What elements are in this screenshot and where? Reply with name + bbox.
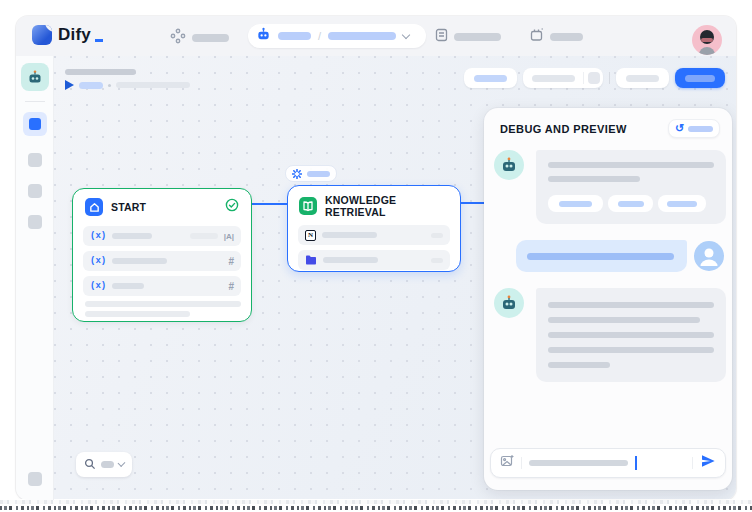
toolbar-split-button[interactable] [523,68,603,88]
zoom-control[interactable] [76,452,132,477]
sidebar-item-workflow-active[interactable] [23,112,47,136]
send-icon[interactable] [700,453,716,473]
bot-message-bubble [536,288,726,382]
toolbar-button-features[interactable] [464,68,517,88]
folder-icon [305,251,317,269]
nav-explore[interactable] [170,28,229,48]
breadcrumb-separator: / [318,30,321,42]
sidebar-item-bottom[interactable] [28,472,42,486]
clipped-bottom-text-strip [0,499,752,512]
sidebar-app-icon[interactable] [21,63,49,91]
publish-button-primary[interactable] [675,68,725,88]
chat-input[interactable] [490,448,726,478]
skeleton-bar [190,233,218,239]
skeleton-bar [548,317,700,323]
bot-avatar [494,288,524,318]
user-avatar[interactable] [692,25,722,55]
bot-message-bubble [536,150,726,224]
skeleton-bar [548,347,714,353]
node-start-title: START [111,201,146,213]
split-button-icon[interactable] [588,72,600,84]
node-description-skeleton [85,311,190,317]
skeleton-bar [322,232,377,238]
restart-icon: ↺ [675,123,684,134]
skeleton-bar [112,233,152,239]
restart-conversation-button[interactable]: ↺ [668,119,720,138]
explore-icon [170,28,186,48]
skeleton-bar [548,302,714,308]
skeleton-bar [116,82,190,88]
chat-message-list[interactable] [484,146,732,446]
spinner-icon [292,165,302,183]
node-knowledge-title: KNOWLEDGE RETRIEVAL [325,194,449,218]
sidebar-item[interactable] [28,184,42,198]
button-divider [583,72,584,84]
variable-type-number-icon: # [228,256,234,267]
node-knowledge-retrieval[interactable]: KNOWLEDGE RETRIEVAL N [287,185,461,272]
user-message-bubble [516,240,687,272]
skeleton-bar [532,75,575,82]
chevron-down-icon [402,30,410,38]
user-chat-avatar [694,241,724,271]
bot-message [494,150,724,224]
dify-logo-text: Dify [58,25,91,45]
start-variable-row[interactable]: (x) # [83,251,241,271]
home-icon [85,198,103,216]
skeleton-bar [431,258,443,263]
search-zoom-icon [84,456,96,474]
app-window: Dify / [16,16,736,500]
skeleton-bar [548,162,714,168]
start-variable-row[interactable]: (x) # [83,276,241,296]
attach-image-icon[interactable] [500,454,514,472]
node-description-skeleton [85,301,241,307]
skeleton-bar [548,176,640,182]
nav-tools[interactable] [530,28,583,46]
sidebar-divider [25,101,45,102]
node-loading-badge [285,165,337,182]
suggested-question-pill[interactable] [608,195,653,212]
knowledge-source-row[interactable]: N [298,225,450,245]
skeleton-bar [328,32,396,40]
dify-logo-icon [32,25,52,45]
play-icon[interactable] [65,80,74,90]
skeleton-bar [548,332,714,338]
dify-logo-underscore [95,39,103,42]
check-circle-icon [225,198,239,216]
bot-avatar [494,150,524,180]
dify-logo[interactable]: Dify [32,25,103,45]
node-start[interactable]: START (x) |A| (x) # (x) # [72,188,252,322]
skeleton-bar [192,34,229,42]
input-divider [692,457,693,469]
variable-type-number-icon: # [228,281,234,292]
text-cursor [635,456,637,470]
book-icon [299,197,317,215]
skeleton-bar [454,33,501,41]
skeleton-bar [112,258,167,264]
docs-icon [435,28,448,46]
sidebar-item[interactable] [28,215,42,229]
skeleton-bar [685,75,715,82]
start-variable-row[interactable]: (x) |A| [83,226,241,246]
skeleton-bar [474,75,507,82]
nav-docs[interactable] [435,28,501,46]
toolbar-button-run[interactable] [616,68,669,88]
knowledge-source-row[interactable] [298,250,450,270]
skeleton-bar [278,32,311,40]
left-sidebar [16,56,54,500]
sidebar-item[interactable] [28,153,42,167]
suggested-question-pill[interactable] [658,195,706,212]
workflow-title-skeleton [65,69,136,75]
suggested-question-pill[interactable] [548,195,603,212]
clipped-text-noise [0,506,752,510]
skeleton-bar [548,362,610,368]
skeleton-bar [431,233,443,238]
variable-token: (x) [90,231,106,241]
skeleton-bar [667,201,697,207]
tools-icon [530,28,544,46]
skeleton-bar [112,283,144,289]
skeleton-bar [323,257,378,263]
robot-app-icon [256,27,271,46]
skeleton-bar [559,201,592,207]
dot-separator [108,84,111,87]
current-app-selector[interactable]: / [248,24,426,48]
